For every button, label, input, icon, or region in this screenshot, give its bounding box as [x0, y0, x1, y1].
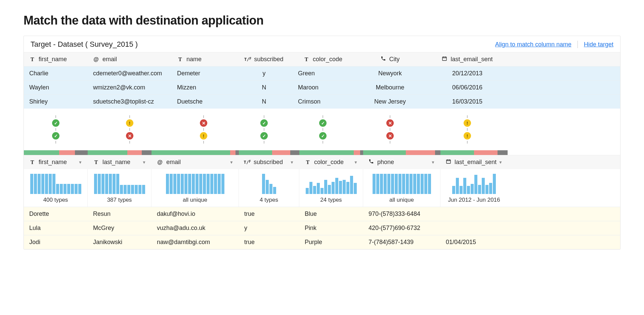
status-warning-icon[interactable]: !: [126, 119, 133, 127]
quality-bar[interactable]: [299, 150, 363, 155]
source-column-selector[interactable]: Tfirst_name▼: [24, 155, 88, 169]
status-warning-icon[interactable]: !: [464, 119, 471, 127]
quality-bar[interactable]: [24, 150, 88, 155]
column-label: first_name: [39, 159, 67, 166]
sparkline-cell[interactable]: all unique: [152, 169, 239, 207]
target-column-header: Tname: [172, 52, 235, 66]
spark-bar: [116, 174, 119, 194]
sparkline-cell[interactable]: 387 types: [88, 169, 152, 207]
status-warning-icon[interactable]: !: [464, 132, 471, 140]
source-column-selector[interactable]: phone▼: [363, 155, 440, 169]
connector-line: [129, 115, 130, 118]
quality-bar[interactable]: [152, 150, 239, 155]
spark-bar: [184, 174, 187, 194]
spark-bar: [350, 176, 353, 194]
spark-bar: [127, 185, 130, 194]
spark-bar: [98, 174, 101, 194]
status-ok-icon[interactable]: ✓: [52, 132, 59, 140]
spark-bar: [309, 182, 312, 194]
quality-segment: [59, 150, 75, 155]
chevron-down-icon: ▼: [142, 160, 146, 165]
sparkline-chart: [157, 174, 233, 194]
align-link[interactable]: Align to match column name: [495, 41, 571, 48]
source-column-selector[interactable]: Tcolor_code▼: [299, 155, 363, 169]
sparkline-cell[interactable]: Jun 2012 - Jun 2016: [440, 169, 508, 207]
connector-line: [55, 115, 56, 118]
spark-bar: [343, 180, 346, 194]
connector-line: [203, 115, 204, 118]
phone-icon: [381, 56, 386, 63]
status-ok-icon[interactable]: ✓: [260, 119, 268, 127]
calendar-icon: [446, 159, 451, 166]
text-type-icon: T: [177, 56, 183, 63]
table-cell: N: [235, 95, 293, 109]
spark-bar: [221, 174, 224, 194]
status-ok-icon[interactable]: ✓: [319, 132, 327, 140]
hide-target-link[interactable]: Hide target: [584, 41, 613, 48]
quality-bar[interactable]: [440, 150, 508, 155]
source-column-selector[interactable]: T∕Fsubscribed▼: [239, 155, 299, 169]
quality-segment: [406, 150, 435, 155]
status-ok-icon[interactable]: ✓: [260, 132, 268, 140]
spark-bar: [138, 185, 141, 194]
spark-bar: [417, 174, 420, 194]
table-cell: New Jersey: [353, 95, 427, 109]
sparkline-chart: [29, 174, 82, 194]
target-column-header: City: [353, 52, 427, 66]
status-error-icon[interactable]: ✕: [200, 119, 207, 127]
table-cell: 20/12/2013: [427, 67, 508, 80]
page-title: Match the data with destination applicat…: [24, 13, 620, 28]
sparkline-cell[interactable]: 400 types: [24, 169, 88, 207]
quality-bar[interactable]: [88, 150, 152, 155]
quality-bar[interactable]: [239, 150, 299, 155]
connector-line: [129, 141, 130, 144]
table-cell: y: [235, 67, 293, 80]
spark-bar: [324, 180, 327, 194]
table-cell: Janikowski: [88, 235, 152, 249]
spark-bar: [471, 184, 474, 194]
email-type-icon: @: [157, 159, 163, 165]
status-error-icon[interactable]: ✕: [126, 132, 133, 140]
spark-bar: [460, 186, 463, 194]
status-error-icon[interactable]: ✕: [386, 132, 394, 140]
spark-bar: [177, 174, 180, 194]
spark-bar: [380, 174, 383, 194]
quality-segment: [88, 150, 127, 155]
spark-bar: [34, 174, 37, 194]
status-error-icon[interactable]: ✕: [386, 119, 394, 127]
table-cell: Crimson: [293, 95, 353, 109]
table-cell: Pink: [299, 221, 363, 235]
table-cell: true: [239, 207, 299, 221]
spark-bar: [373, 174, 376, 194]
sparkline-cell[interactable]: 24 types: [299, 169, 363, 207]
source-column-selector[interactable]: @email▼: [152, 155, 239, 169]
email-type-icon: @: [93, 56, 99, 63]
table-cell: Dorette: [24, 207, 88, 221]
sparkline-cell[interactable]: all unique: [363, 169, 440, 207]
table-row: LulaMcGreyvuzha@adu.co.ukyPink420-(577)6…: [24, 221, 620, 235]
status-ok-icon[interactable]: ✓: [319, 119, 327, 127]
spark-bar: [376, 174, 379, 194]
spark-bar: [335, 178, 338, 194]
spark-bar: [332, 182, 335, 194]
sparkline-chart: [446, 174, 502, 194]
spark-bar: [387, 174, 390, 194]
connector-line: [129, 128, 130, 131]
chevron-down-icon: ▼: [354, 160, 358, 165]
source-column-selector[interactable]: last_email_sent▼: [440, 155, 508, 169]
status-warning-icon[interactable]: !: [200, 132, 207, 140]
table-cell: true: [239, 235, 299, 249]
status-ok-icon[interactable]: ✓: [52, 119, 59, 127]
target-column-header: last_email_sent: [427, 52, 508, 66]
sparkline-chart: [305, 174, 357, 194]
column-label: color_code: [313, 56, 342, 63]
spark-bar: [173, 174, 176, 194]
source-column-selector[interactable]: Tlast_name▼: [88, 155, 152, 169]
boolean-type-icon: T∕F: [244, 160, 250, 165]
sparkline-cell[interactable]: 4 types: [239, 169, 299, 207]
sparkline-label: all unique: [183, 197, 207, 203]
source-rows: DoretteResundakuf@hovi.iotrueBlue970-(57…: [24, 207, 620, 249]
spark-bar: [478, 185, 481, 194]
quality-bar[interactable]: [363, 150, 440, 155]
column-label: color_code: [314, 159, 344, 166]
